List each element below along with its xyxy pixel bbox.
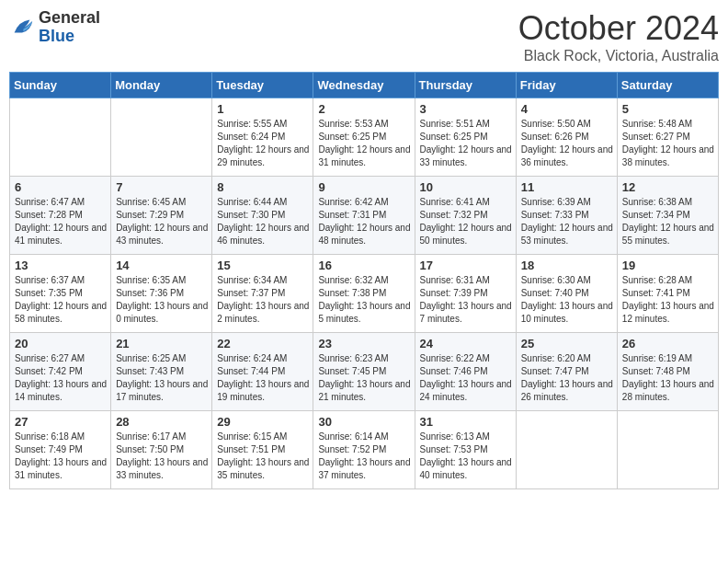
day-detail: Sunrise: 6:22 AMSunset: 7:46 PMDaylight:… [420,352,512,404]
logo-icon [9,15,35,40]
day-number: 15 [217,259,309,272]
day-number: 1 [217,102,309,116]
calendar-cell: 9Sunrise: 6:42 AMSunset: 7:31 PMDaylight… [313,177,415,255]
calendar-cell: 10Sunrise: 6:41 AMSunset: 7:32 PMDayligh… [415,177,516,255]
calendar-cell: 17Sunrise: 6:31 AMSunset: 7:39 PMDayligh… [415,255,516,333]
calendar-cell: 23Sunrise: 6:23 AMSunset: 7:45 PMDayligh… [313,333,415,411]
day-detail: Sunrise: 6:34 AMSunset: 7:37 PMDaylight:… [217,274,309,326]
calendar-cell: 14Sunrise: 6:35 AMSunset: 7:36 PMDayligh… [111,255,212,333]
day-number: 18 [521,259,613,272]
day-detail: Sunrise: 6:35 AMSunset: 7:36 PMDaylight:… [116,274,208,326]
day-number: 12 [622,180,714,194]
day-number: 6 [15,180,107,194]
calendar-cell: 25Sunrise: 6:20 AMSunset: 7:47 PMDayligh… [516,333,617,411]
calendar-cell: 22Sunrise: 6:24 AMSunset: 7:44 PMDayligh… [212,333,313,411]
day-detail: Sunrise: 5:53 AMSunset: 6:25 PMDaylight:… [318,118,410,169]
calendar-header-row: SundayMondayTuesdayWednesdayThursdayFrid… [10,73,719,98]
day-number: 10 [420,180,512,194]
day-detail: Sunrise: 6:38 AMSunset: 7:34 PMDaylight:… [622,196,714,247]
calendar-table: SundayMondayTuesdayWednesdayThursdayFrid… [9,72,719,489]
day-detail: Sunrise: 5:48 AMSunset: 6:27 PMDaylight:… [622,118,714,169]
day-number: 25 [521,337,613,350]
day-detail: Sunrise: 6:17 AMSunset: 7:50 PMDaylight:… [116,431,208,482]
calendar-cell: 16Sunrise: 6:32 AMSunset: 7:38 PMDayligh… [313,255,415,333]
calendar-week-1: 1Sunrise: 5:55 AMSunset: 6:24 PMDaylight… [10,98,719,177]
day-number: 16 [318,259,410,272]
title-block: October 2024 Black Rock, Victoria, Austr… [518,9,719,64]
calendar-body: 1Sunrise: 5:55 AMSunset: 6:24 PMDaylight… [10,98,719,489]
calendar-cell: 11Sunrise: 6:39 AMSunset: 7:33 PMDayligh… [516,177,617,255]
day-number: 20 [15,337,107,350]
calendar-cell: 13Sunrise: 6:37 AMSunset: 7:35 PMDayligh… [10,255,111,333]
day-detail: Sunrise: 6:15 AMSunset: 7:51 PMDaylight:… [217,431,309,482]
calendar-cell: 29Sunrise: 6:15 AMSunset: 7:51 PMDayligh… [212,411,313,489]
day-detail: Sunrise: 6:13 AMSunset: 7:53 PMDaylight:… [420,431,512,482]
day-number: 19 [622,259,714,272]
day-detail: Sunrise: 6:28 AMSunset: 7:41 PMDaylight:… [622,274,714,326]
day-number: 13 [15,259,107,272]
day-number: 8 [217,180,309,194]
day-detail: Sunrise: 5:55 AMSunset: 6:24 PMDaylight:… [217,118,309,169]
header-day-sunday: Sunday [10,73,111,98]
day-detail: Sunrise: 6:20 AMSunset: 7:47 PMDaylight:… [521,352,613,404]
calendar-week-3: 13Sunrise: 6:37 AMSunset: 7:35 PMDayligh… [10,255,719,333]
calendar-cell [111,98,212,177]
header-day-thursday: Thursday [415,73,516,98]
calendar-cell: 24Sunrise: 6:22 AMSunset: 7:46 PMDayligh… [415,333,516,411]
day-detail: Sunrise: 6:37 AMSunset: 7:35 PMDaylight:… [15,274,107,326]
day-detail: Sunrise: 6:27 AMSunset: 7:42 PMDaylight:… [15,352,107,404]
day-number: 3 [420,102,512,116]
calendar-cell [516,411,617,489]
calendar-cell: 18Sunrise: 6:30 AMSunset: 7:40 PMDayligh… [516,255,617,333]
calendar-cell: 26Sunrise: 6:19 AMSunset: 7:48 PMDayligh… [617,333,718,411]
day-detail: Sunrise: 5:50 AMSunset: 6:26 PMDaylight:… [521,118,613,169]
calendar-cell: 28Sunrise: 6:17 AMSunset: 7:50 PMDayligh… [111,411,212,489]
calendar-cell: 19Sunrise: 6:28 AMSunset: 7:41 PMDayligh… [617,255,718,333]
header-day-wednesday: Wednesday [313,73,415,98]
logo-text: General Blue [39,9,100,46]
calendar-cell: 8Sunrise: 6:44 AMSunset: 7:30 PMDaylight… [212,177,313,255]
header-day-friday: Friday [516,73,617,98]
day-number: 23 [318,337,410,350]
calendar-cell: 6Sunrise: 6:47 AMSunset: 7:28 PMDaylight… [10,177,111,255]
day-detail: Sunrise: 6:30 AMSunset: 7:40 PMDaylight:… [521,274,613,326]
header-day-saturday: Saturday [617,73,718,98]
calendar-week-2: 6Sunrise: 6:47 AMSunset: 7:28 PMDaylight… [10,177,719,255]
calendar-cell: 27Sunrise: 6:18 AMSunset: 7:49 PMDayligh… [10,411,111,489]
day-number: 26 [622,337,714,350]
logo: General Blue [9,9,100,46]
day-detail: Sunrise: 5:51 AMSunset: 6:25 PMDaylight:… [420,118,512,169]
calendar-week-4: 20Sunrise: 6:27 AMSunset: 7:42 PMDayligh… [10,333,719,411]
day-detail: Sunrise: 6:19 AMSunset: 7:48 PMDaylight:… [622,352,714,404]
day-detail: Sunrise: 6:44 AMSunset: 7:30 PMDaylight:… [217,196,309,247]
calendar-cell: 7Sunrise: 6:45 AMSunset: 7:29 PMDaylight… [111,177,212,255]
day-number: 24 [420,337,512,350]
month-title: October 2024 [518,9,719,48]
calendar-cell: 31Sunrise: 6:13 AMSunset: 7:53 PMDayligh… [415,411,516,489]
day-number: 27 [15,415,107,429]
day-detail: Sunrise: 6:14 AMSunset: 7:52 PMDaylight:… [318,431,410,482]
day-detail: Sunrise: 6:47 AMSunset: 7:28 PMDaylight:… [15,196,107,247]
day-detail: Sunrise: 6:31 AMSunset: 7:39 PMDaylight:… [420,274,512,326]
day-number: 14 [116,259,208,272]
header-day-tuesday: Tuesday [212,73,313,98]
calendar-cell: 30Sunrise: 6:14 AMSunset: 7:52 PMDayligh… [313,411,415,489]
day-number: 7 [116,180,208,194]
calendar-cell: 2Sunrise: 5:53 AMSunset: 6:25 PMDaylight… [313,98,415,177]
calendar-week-5: 27Sunrise: 6:18 AMSunset: 7:49 PMDayligh… [10,411,719,489]
day-detail: Sunrise: 6:23 AMSunset: 7:45 PMDaylight:… [318,352,410,404]
calendar-cell: 20Sunrise: 6:27 AMSunset: 7:42 PMDayligh… [10,333,111,411]
day-detail: Sunrise: 6:45 AMSunset: 7:29 PMDaylight:… [116,196,208,247]
calendar-cell [10,98,111,177]
day-detail: Sunrise: 6:25 AMSunset: 7:43 PMDaylight:… [116,352,208,404]
day-number: 29 [217,415,309,429]
day-number: 21 [116,337,208,350]
calendar-cell: 15Sunrise: 6:34 AMSunset: 7:37 PMDayligh… [212,255,313,333]
calendar-cell: 5Sunrise: 5:48 AMSunset: 6:27 PMDaylight… [617,98,718,177]
day-number: 5 [622,102,714,116]
day-detail: Sunrise: 6:39 AMSunset: 7:33 PMDaylight:… [521,196,613,247]
day-number: 2 [318,102,410,116]
calendar-cell: 12Sunrise: 6:38 AMSunset: 7:34 PMDayligh… [617,177,718,255]
day-number: 11 [521,180,613,194]
calendar-cell: 4Sunrise: 5:50 AMSunset: 6:26 PMDaylight… [516,98,617,177]
